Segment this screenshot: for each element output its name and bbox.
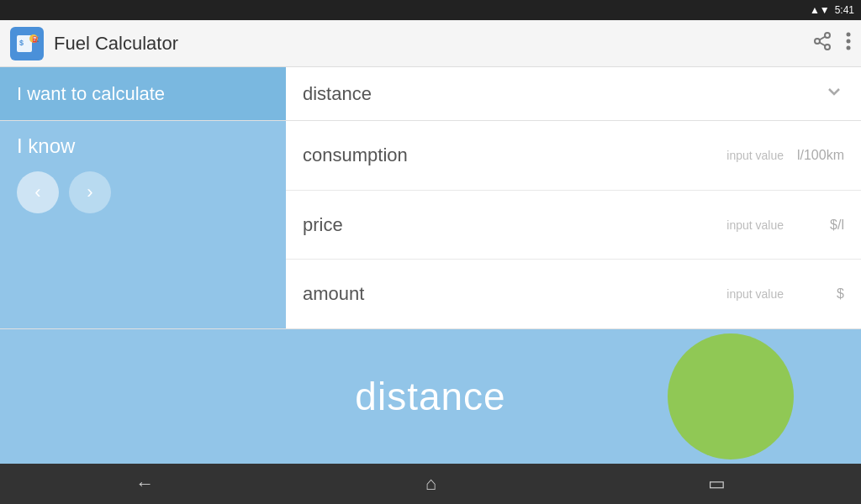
- know-section: I know ‹ › consumption input value l/100…: [0, 121, 861, 329]
- result-text: distance: [355, 374, 505, 419]
- amount-placeholder: input value: [726, 287, 784, 301]
- consumption-placeholder: input value: [726, 149, 784, 162]
- svg-point-6: [825, 45, 830, 50]
- svg-point-4: [825, 33, 830, 38]
- svg-text:$: $: [19, 39, 24, 47]
- svg-point-9: [847, 32, 851, 36]
- input-fields: consumption input value l/100km price in…: [286, 121, 861, 328]
- know-label: I know: [17, 134, 75, 158]
- svg-point-10: [847, 39, 851, 43]
- app-title: Fuel Calculator: [54, 33, 812, 55]
- calculate-label-text: I want to calculate: [17, 83, 165, 105]
- result-circle[interactable]: [668, 333, 794, 459]
- main-content: I want to calculate distance I know ‹ ›: [0, 67, 861, 464]
- consumption-row[interactable]: consumption input value l/100km: [286, 121, 861, 191]
- nav-bar: ← ⌂ ▭: [0, 464, 861, 504]
- recents-button[interactable]: ▭: [708, 473, 726, 495]
- more-menu-icon[interactable]: [846, 31, 851, 56]
- prev-button[interactable]: ‹: [17, 171, 59, 213]
- share-icon[interactable]: [812, 31, 832, 56]
- amount-unit: $: [794, 286, 844, 302]
- svg-text:⛽: ⛽: [32, 35, 39, 43]
- svg-line-7: [820, 42, 826, 45]
- amount-row[interactable]: amount input value $: [286, 260, 861, 328]
- status-time: 5:41: [835, 4, 854, 16]
- consumption-label: consumption: [303, 144, 726, 166]
- svg-point-11: [847, 45, 851, 50]
- result-area: distance: [0, 329, 861, 464]
- svg-point-5: [815, 39, 820, 44]
- home-button[interactable]: ⌂: [425, 473, 436, 495]
- status-bar: ▲▼ 5:41: [0, 0, 861, 20]
- next-button[interactable]: ›: [69, 171, 111, 213]
- calculate-dropdown-value: distance: [303, 83, 372, 105]
- app-header: $ ⛽ Fuel Calculator: [0, 20, 861, 67]
- dropdown-arrow-icon: [824, 81, 844, 106]
- price-unit: $/l: [794, 218, 844, 233]
- back-button[interactable]: ←: [135, 473, 154, 495]
- calculate-row: I want to calculate distance: [0, 67, 861, 121]
- chevron-right-icon: ›: [87, 181, 92, 203]
- nav-buttons: ‹ ›: [17, 171, 111, 213]
- price-row[interactable]: price input value $/l: [286, 191, 861, 260]
- price-label: price: [303, 214, 726, 236]
- know-sidebar: I know ‹ ›: [0, 121, 286, 328]
- amount-label: amount: [303, 283, 726, 305]
- calculate-label: I want to calculate: [0, 67, 286, 120]
- header-actions: [812, 31, 851, 56]
- price-placeholder: input value: [726, 218, 784, 232]
- calculate-dropdown[interactable]: distance: [286, 67, 861, 120]
- signal-icon: ▲▼: [810, 4, 830, 16]
- svg-line-8: [820, 36, 826, 39]
- consumption-unit: l/100km: [794, 148, 844, 163]
- app-logo: $ ⛽: [10, 27, 44, 60]
- chevron-left-icon: ‹: [34, 181, 40, 203]
